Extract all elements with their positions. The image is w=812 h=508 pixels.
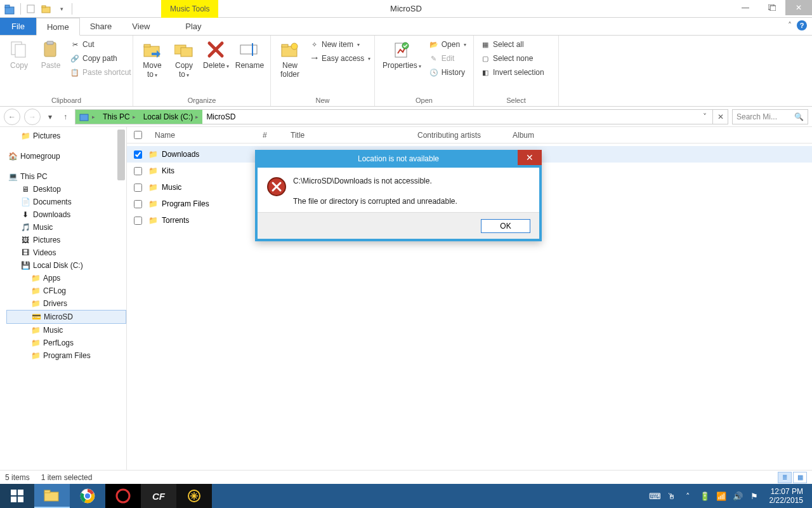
column-headers[interactable]: Name # Title Contributing artists Album [127, 127, 812, 144]
tab-share[interactable]: Share [80, 18, 122, 35]
dialog-title-bar[interactable]: Location is not available ✕ [255, 150, 542, 168]
tree-program-files[interactable]: 📁Program Files [6, 349, 126, 362]
tab-home[interactable]: Home [36, 18, 80, 36]
action-center-icon[interactable]: ⚑ [749, 491, 759, 501]
recent-locations-button[interactable]: ▾ [44, 111, 56, 123]
battery-icon[interactable]: 🔋 [700, 491, 710, 501]
qat-newfolder-icon[interactable] [40, 3, 53, 15]
nav-tree[interactable]: 📁Pictures˄ 🏠Homegroup 💻This PC 🖥Desktop … [0, 127, 127, 470]
svg-rect-16 [240, 45, 257, 54]
taskbar-explorer[interactable] [34, 484, 70, 508]
paste-shortcut-button[interactable]: 📋Paste shortcut [69, 66, 133, 79]
file-checkbox[interactable] [134, 150, 142, 159]
tree-microsd[interactable]: 💳MicroSD [6, 310, 126, 324]
open-button[interactable]: 📂Open [428, 38, 468, 51]
file-checkbox[interactable] [134, 200, 142, 208]
context-tab-music-tools[interactable]: Music Tools [161, 0, 218, 18]
tray-expand-icon[interactable]: ˄ [683, 491, 693, 501]
paste-button[interactable]: Paste [37, 38, 65, 71]
select-all-button[interactable]: ▦Select all [479, 38, 546, 51]
taskbar[interactable]: CF ⌨ 🖱 ˄ 🔋 📶 🔊 ⚑ 12:07 PM 2/22/2015 [0, 484, 812, 508]
close-button[interactable]: ✕ [785, 0, 812, 15]
file-checkbox[interactable] [134, 217, 142, 225]
col-number[interactable]: # [256, 131, 284, 140]
start-button[interactable] [0, 484, 34, 508]
copy-button[interactable]: Copy [5, 38, 33, 71]
tab-view[interactable]: View [122, 18, 160, 35]
qat-app-icon[interactable] [4, 3, 16, 15]
svg-rect-29 [44, 492, 58, 501]
tree-local-disk[interactable]: 💾Local Disk (C:) [6, 259, 126, 272]
network-icon[interactable]: 📶 [716, 491, 726, 501]
system-tray[interactable]: ⌨ 🖱 ˄ 🔋 📶 🔊 ⚑ 12:07 PM 2/22/2015 [650, 484, 812, 508]
tree-documents[interactable]: 📄Documents [6, 196, 126, 208]
tree-music2[interactable]: 📁Music [6, 324, 126, 337]
history-button[interactable]: 🕓History [428, 66, 468, 79]
taskbar-app-yellow[interactable] [176, 484, 212, 508]
move-to-button[interactable]: Move to [138, 38, 166, 80]
dialog-ok-button[interactable]: OK [481, 219, 530, 233]
file-checkbox[interactable] [134, 184, 142, 192]
easy-access-button[interactable]: ⭢Easy access [308, 52, 372, 65]
col-title[interactable]: Title [284, 131, 411, 140]
keyboard-icon[interactable]: ⌨ [650, 491, 660, 501]
tree-perflogs[interactable]: 📁PerfLogs [6, 337, 126, 349]
tree-pictures2[interactable]: 🖼Pictures [6, 234, 126, 246]
search-input[interactable]: Search Mi... 🔍 [732, 109, 808, 124]
mouse-icon[interactable]: 🖱 [667, 491, 677, 501]
copy-path-button[interactable]: 🔗Copy path [69, 52, 133, 65]
file-checkbox[interactable] [134, 167, 142, 175]
breadcrumb-local-disk[interactable]: Local Disk (C:)▸ [140, 110, 203, 124]
collapse-ribbon-icon[interactable]: ˄ [788, 21, 792, 30]
copy-to-button[interactable]: Copy to [170, 38, 198, 80]
tab-file[interactable]: File [0, 18, 36, 35]
col-name[interactable]: Name [148, 131, 256, 140]
tree-scrollbar[interactable] [117, 130, 125, 180]
breadcrumb-microsd[interactable]: MicroSD [202, 110, 239, 124]
properties-button[interactable]: Properties [380, 38, 424, 71]
address-bar[interactable]: ▸ This PC▸ Local Disk (C:)▸ MicroSD ˅ ✕ [75, 109, 728, 124]
qat-dropdown-icon[interactable]: ▾ [55, 3, 68, 15]
tree-homegroup[interactable]: 🏠Homegroup [6, 150, 126, 163]
breadcrumb-this-pc[interactable]: This PC▸ [99, 110, 140, 124]
taskbar-clock[interactable]: 12:07 PM 2/22/2015 [766, 487, 807, 505]
view-thumbnails-button[interactable]: ▦ [793, 472, 807, 483]
tree-downloads[interactable]: ⬇Downloads [6, 208, 126, 221]
tree-cflog[interactable]: 📁CFLog [6, 284, 126, 297]
invert-selection-button[interactable]: ◧Invert selection [479, 66, 546, 79]
dialog-close-button[interactable]: ✕ [518, 150, 542, 165]
tree-videos[interactable]: 🎞Videos [6, 246, 126, 259]
tree-apps[interactable]: 📁Apps [6, 272, 126, 284]
forward-button[interactable]: → [24, 109, 41, 125]
minimize-button[interactable]: — [732, 0, 759, 15]
up-button[interactable]: ↑ [60, 111, 71, 123]
taskbar-app-red[interactable] [105, 484, 141, 508]
col-contributing[interactable]: Contributing artists [411, 131, 506, 140]
tree-desktop[interactable]: 🖥Desktop [6, 183, 126, 196]
back-button[interactable]: ← [4, 109, 20, 125]
new-item-button[interactable]: ✧New item [308, 38, 372, 51]
breadcrumb-root[interactable]: ▸ [75, 110, 99, 124]
tab-play[interactable]: Play [175, 18, 211, 35]
tree-pictures[interactable]: 📁Pictures˄ [6, 130, 126, 142]
qat-properties-icon[interactable] [25, 3, 37, 15]
delete-button[interactable]: Delete [202, 38, 230, 71]
taskbar-app-cf[interactable]: CF [141, 484, 176, 508]
volume-icon[interactable]: 🔊 [733, 491, 743, 501]
select-none-button[interactable]: ▢Select none [479, 52, 546, 65]
select-all-checkbox[interactable] [134, 131, 142, 139]
edit-button[interactable]: ✎Edit [428, 52, 468, 65]
maximize-button[interactable] [759, 0, 785, 15]
tree-music[interactable]: 🎵Music [6, 221, 126, 234]
new-folder-button[interactable]: New folder [276, 38, 304, 80]
refresh-button[interactable]: ✕ [712, 110, 728, 124]
tree-drivers[interactable]: 📁Drivers [6, 297, 126, 310]
tree-this-pc[interactable]: 💻This PC [6, 170, 126, 183]
taskbar-chrome[interactable] [70, 484, 105, 508]
rename-button[interactable]: Rename [234, 38, 265, 71]
view-details-button[interactable]: ≣ [778, 472, 792, 483]
address-dropdown-button[interactable]: ˅ [697, 110, 712, 124]
col-album[interactable]: Album [506, 131, 570, 140]
help-icon[interactable]: ? [797, 20, 807, 30]
cut-button[interactable]: ✂Cut [69, 38, 133, 51]
